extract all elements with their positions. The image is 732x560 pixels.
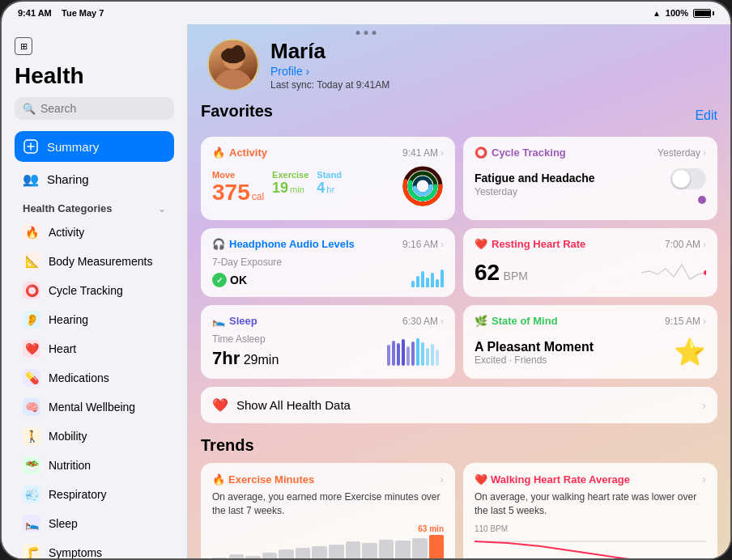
medications-icon: 💊 [23,369,40,387]
sidebar-item-mobility[interactable]: 🚶 Mobility [15,422,174,451]
ex-bar-7 [312,546,327,558]
state-of-mind-card[interactable]: 🌿 State of Mind 9:15 AM › A Pleasant Mom… [463,305,717,379]
move-unit: cal [252,191,264,202]
som-card-header: 🌿 State of Mind 9:15 AM › [475,315,706,327]
activity-metrics: Move 375 cal Exercise 19 [212,170,342,206]
body-measurements-icon: 📐 [23,252,40,270]
content-scroll: Favorites Edit 🔥 Activity 9:41 AM [188,102,730,558]
sidebar-item-respiratory[interactable]: 💨 Respiratory [15,480,174,509]
show-all-chevron-icon: › [702,399,706,412]
sidebar-item-mental-wellbeing[interactable]: 🧠 Mental Wellbeing [15,392,174,422]
heart-rate-unit: BPM [504,269,528,282]
hr-top-label: 110 BPM [475,524,706,533]
nav-item-summary[interactable]: Summary [15,131,174,162]
sidebar-top: ⊞ [15,36,174,55]
sidebar-item-heart[interactable]: ❤️ Heart [15,334,174,363]
sleep-card-header: 🛌 Sleep 6:30 AM › [212,315,444,327]
svg-rect-22 [431,344,434,366]
three-dots [356,31,377,35]
walking-hr-header: ❤️ Walking Heart Rate Average › [475,473,706,486]
exercise-trend-title: 🔥 Exercise Minutes [212,473,314,486]
profile-avatar[interactable] [207,39,259,91]
sidebar-item-cycle-tracking[interactable]: ⭕ Cycle Tracking [15,276,174,305]
ex-bar-2 [229,554,245,558]
sleep-chevron-icon: › [440,316,444,327]
search-input[interactable] [40,102,182,115]
status-time: 9:41 AM Tue May 7 [18,8,104,18]
profile-name: María [270,39,389,64]
exercise-label: Exercise [272,170,309,180]
sleep-icon: 🛌 [23,515,40,532]
sidebar-item-nutrition[interactable]: 🥗 Nutrition [15,451,174,480]
exercise-max-label: 63 min [212,524,444,533]
sidebar-item-hearing[interactable]: 👂 Hearing [15,305,174,334]
cat-label-sleep: Sleep [49,517,78,530]
nav-item-sharing[interactable]: 👥 Sharing [15,163,174,194]
svg-rect-17 [406,346,410,366]
activity-card[interactable]: 🔥 Activity 9:41 AM › Move [201,137,455,220]
bar-6 [436,279,439,287]
sidebar-item-activity[interactable]: 🔥 Activity [15,218,174,247]
hr-bottom-value: 98 [696,558,706,558]
respiratory-icon: 💨 [23,486,40,503]
cycle-date: Yesterday [475,186,595,197]
headphone-chevron-icon: › [440,239,444,250]
exercise-unit: min [290,185,304,194]
stand-metric: Stand 4 hr [317,170,342,197]
show-all-row[interactable]: ❤️ Show All Health Data › [201,387,717,423]
search-bar[interactable]: 🔍 🎙️ [15,97,174,120]
sidebar-item-body-measurements[interactable]: 📐 Body Measurements [15,247,174,276]
exercise-minutes-trend[interactable]: 🔥 Exercise Minutes › On average, you ear… [201,463,455,558]
sidebar-item-symptoms[interactable]: 🦵 Symptoms [15,538,174,558]
headphone-card-title: 🎧 Headphone Audio Levels [212,238,355,250]
toggle-knob [672,170,690,188]
edit-button[interactable]: Edit [695,108,717,123]
cat-label-heart: Heart [49,342,76,355]
heart-rate-card-header: ❤️ Resting Heart Rate 7:00 AM › [475,238,706,250]
nav-label-summary: Summary [47,140,99,154]
cycle-chevron-icon: › [703,147,706,159]
cycle-toggle[interactable] [670,168,706,189]
walking-hr-trend[interactable]: ❤️ Walking Heart Rate Average › On avera… [463,463,717,558]
sidebar: ⊞ Health 🔍 🎙️ Summary 👥 Sharing [2,24,188,558]
exercise-trend-description: On average, you earned more Exercise min… [212,490,444,518]
headphone-card[interactable]: 🎧 Headphone Audio Levels 9:16 AM › 7-Day… [201,228,455,297]
ok-status: OK [230,274,247,286]
profile-header: María Profile › Last sync: Today at 9:41… [188,24,730,102]
headphone-chart [411,265,444,287]
cycle-tracking-card[interactable]: ⭕ Cycle Tracking Yesterday › Fatigue and… [463,137,717,220]
bar-4 [426,278,429,287]
som-card-title: 🌿 State of Mind [475,315,558,327]
sidebar-item-sleep[interactable]: 🛌 Sleep [15,509,174,538]
exposure-label: 7-Day Exposure [212,257,282,268]
profile-sync: Last sync: Today at 9:41AM [270,79,389,91]
sleep-card[interactable]: 🛌 Sleep 6:30 AM › Time Asleep [201,305,455,379]
sidebar-toggle-icon[interactable]: ⊞ [15,37,32,55]
exercise-trend-chart: 63 min [212,524,444,558]
chevron-down-icon: ⌄ [158,203,166,214]
heart-icon: ❤️ [23,340,40,358]
walking-hr-title: ❤️ Walking Heart Rate Average [475,473,630,486]
sleep-data: Time Asleep 7hr 29min [212,333,444,369]
heart-rate-time: 7:00 AM › [665,239,706,250]
svg-rect-13 [387,345,390,366]
svg-point-5 [232,45,244,61]
svg-rect-15 [397,343,400,366]
sleep-hours: 7hr [212,348,240,368]
cycle-data-row: Fatigue and Headache Yesterday [475,165,706,204]
categories-header[interactable]: Health Categories ⌄ [15,196,174,218]
heart-rate-card[interactable]: ❤️ Resting Heart Rate 7:00 AM › 62 [463,228,717,297]
cycle-card-header: ⭕ Cycle Tracking Yesterday › [475,146,706,159]
mood-sub: Excited · Friends [475,354,594,366]
profile-link[interactable]: Profile › [270,65,389,78]
move-metric: Move 375 cal [212,170,264,206]
cycle-time: Yesterday › [658,147,706,159]
favorites-grid: 🔥 Activity 9:41 AM › Move [201,137,717,379]
main-content: María Profile › Last sync: Today at 9:41… [188,24,730,558]
exercise-metric: Exercise 19 min [272,170,309,197]
show-all-left: ❤️ Show All Health Data [212,397,351,413]
sidebar-item-medications[interactable]: 💊 Medications [15,363,174,392]
svg-point-12 [704,270,706,275]
sleep-chart [387,337,444,369]
headphone-info: 7-Day Exposure ✓ OK [212,257,282,287]
